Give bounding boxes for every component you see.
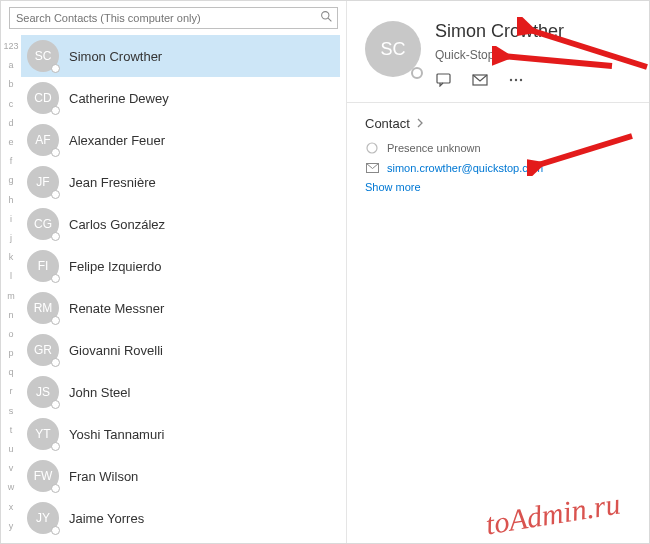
- alpha-letter[interactable]: m: [1, 286, 21, 305]
- contact-section: Contact Presence unknown simon.crowther@…: [347, 103, 649, 205]
- presence-dot-icon: [51, 358, 60, 367]
- presence-text: Presence unknown: [387, 142, 481, 154]
- envelope-icon: [365, 161, 379, 175]
- presence-indicator-icon: [411, 67, 423, 79]
- alpha-letter[interactable]: w: [1, 478, 21, 497]
- contact-item[interactable]: CGCarlos González: [21, 203, 340, 245]
- contact-avatar: CD: [27, 82, 59, 114]
- alpha-letter[interactable]: e: [1, 133, 21, 152]
- alpha-letter[interactable]: i: [1, 210, 21, 229]
- presence-icon: [365, 141, 379, 155]
- contact-name: Jaime Yorres: [69, 511, 144, 526]
- contact-name: Catherine Dewey: [69, 91, 169, 106]
- alpha-letter[interactable]: 123: [1, 37, 21, 56]
- contact-avatar: FI: [27, 250, 59, 282]
- presence-dot-icon: [51, 484, 60, 493]
- alpha-letter[interactable]: n: [1, 306, 21, 325]
- contact-name: Carlos González: [69, 217, 165, 232]
- contact-item[interactable]: SCSimon Crowther: [21, 35, 340, 77]
- contact-avatar: GR: [27, 334, 59, 366]
- left-panel: 123abcdefghijklmnopqrstuvwxyz SCSimon Cr…: [1, 1, 347, 543]
- contact-item[interactable]: JYJaime Yorres: [21, 497, 340, 539]
- contacts-app: 123abcdefghijklmnopqrstuvwxyz SCSimon Cr…: [0, 0, 650, 544]
- alpha-letter[interactable]: c: [1, 95, 21, 114]
- alpha-letter[interactable]: x: [1, 498, 21, 517]
- alpha-letter[interactable]: a: [1, 56, 21, 75]
- presence-dot-icon: [51, 232, 60, 241]
- email-link[interactable]: simon.crowther@quickstop.com: [387, 162, 543, 174]
- presence-dot-icon: [51, 190, 60, 199]
- chat-icon[interactable]: [435, 72, 453, 88]
- alpha-letter[interactable]: h: [1, 191, 21, 210]
- contact-avatar: JS: [27, 376, 59, 408]
- alpha-letter[interactable]: v: [1, 459, 21, 478]
- contact-name: Jean Fresnière: [69, 175, 156, 190]
- contact-item[interactable]: AFAlexander Feuer: [21, 119, 340, 161]
- search-icon[interactable]: [315, 10, 337, 26]
- alpha-letter[interactable]: b: [1, 75, 21, 94]
- alpha-letter[interactable]: j: [1, 229, 21, 248]
- contact-avatar: CG: [27, 208, 59, 240]
- alpha-letter[interactable]: p: [1, 344, 21, 363]
- contact-item[interactable]: GRGiovanni Rovelli: [21, 329, 340, 371]
- section-header[interactable]: Contact: [365, 115, 631, 131]
- alpha-letter[interactable]: z: [1, 536, 21, 543]
- alpha-letter[interactable]: k: [1, 248, 21, 267]
- watermark: toAdmin.ru: [483, 487, 622, 542]
- section-title: Contact: [365, 116, 410, 131]
- svg-point-0: [321, 12, 328, 19]
- show-more-link[interactable]: Show more: [365, 181, 631, 193]
- search-box[interactable]: [9, 7, 338, 29]
- profile-actions: [435, 72, 564, 88]
- alpha-letter[interactable]: g: [1, 171, 21, 190]
- presence-dot-icon: [51, 148, 60, 157]
- email-row: simon.crowther@quickstop.com: [365, 161, 631, 175]
- presence-dot-icon: [51, 106, 60, 115]
- contact-item[interactable]: RMRenate Messner: [21, 287, 340, 329]
- profile-avatar: SC: [365, 21, 421, 77]
- alpha-letter[interactable]: u: [1, 440, 21, 459]
- presence-dot-icon: [51, 64, 60, 73]
- contact-name: Alexander Feuer: [69, 133, 165, 148]
- presence-row: Presence unknown: [365, 141, 631, 155]
- contact-avatar: SC: [27, 40, 59, 72]
- chevron-right-icon: [416, 115, 424, 131]
- contact-item[interactable]: FIFelipe Izquierdo: [21, 245, 340, 287]
- contact-name: Simon Crowther: [69, 49, 162, 64]
- alpha-letter[interactable]: f: [1, 152, 21, 171]
- contact-avatar: YT: [27, 418, 59, 450]
- svg-line-1: [328, 18, 331, 21]
- presence-dot-icon: [51, 526, 60, 535]
- contact-list[interactable]: SCSimon CrowtherCDCatherine DeweyAFAlexa…: [21, 35, 346, 543]
- profile-name: Simon Crowther: [435, 21, 564, 42]
- right-panel: SC Simon Crowther Quick-Stop: [347, 1, 649, 543]
- search-input[interactable]: [10, 12, 315, 24]
- svg-rect-2: [437, 74, 450, 83]
- profile-company: Quick-Stop: [435, 48, 564, 62]
- contact-item[interactable]: JFJean Fresnière: [21, 161, 340, 203]
- alpha-letter[interactable]: d: [1, 114, 21, 133]
- more-icon[interactable]: [507, 72, 525, 88]
- presence-dot-icon: [51, 442, 60, 451]
- presence-dot-icon: [51, 274, 60, 283]
- contact-item[interactable]: FWFran Wilson: [21, 455, 340, 497]
- alpha-letter[interactable]: o: [1, 325, 21, 344]
- contact-item[interactable]: CDCatherine Dewey: [21, 77, 340, 119]
- alpha-letter[interactable]: q: [1, 363, 21, 382]
- search-wrap: [1, 1, 346, 35]
- alpha-letter[interactable]: l: [1, 267, 21, 286]
- email-icon[interactable]: [471, 72, 489, 88]
- alpha-letter[interactable]: r: [1, 382, 21, 401]
- svg-point-7: [367, 143, 377, 153]
- contact-avatar: JY: [27, 502, 59, 534]
- svg-point-5: [515, 79, 517, 81]
- alpha-letter[interactable]: t: [1, 421, 21, 440]
- svg-point-6: [520, 79, 522, 81]
- contact-item[interactable]: YTYoshi Tannamuri: [21, 413, 340, 455]
- presence-dot-icon: [51, 400, 60, 409]
- contact-item[interactable]: JSJohn Steel: [21, 371, 340, 413]
- contact-name: Yoshi Tannamuri: [69, 427, 164, 442]
- profile-initials: SC: [380, 39, 405, 60]
- alpha-letter[interactable]: s: [1, 402, 21, 421]
- alpha-letter[interactable]: y: [1, 517, 21, 536]
